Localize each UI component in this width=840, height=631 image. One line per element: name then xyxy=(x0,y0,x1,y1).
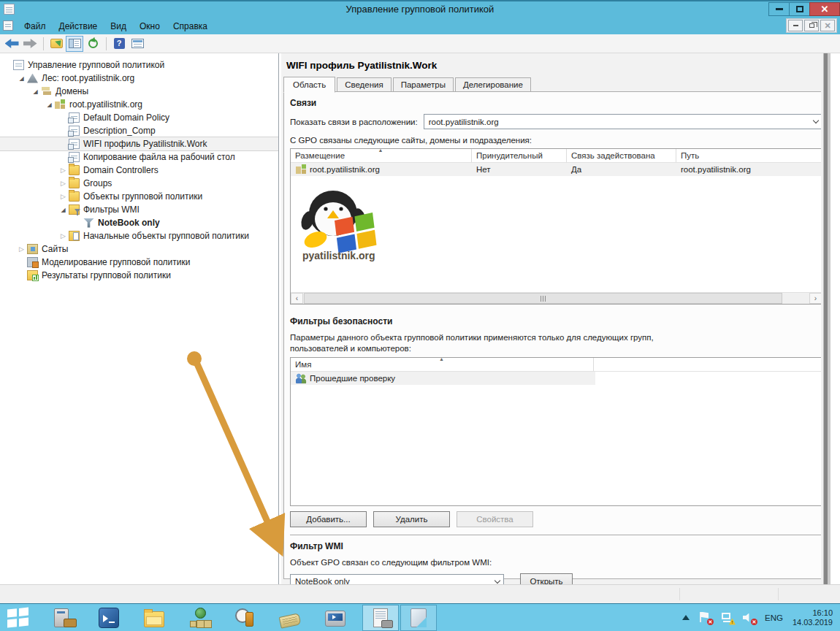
collapse-icon[interactable]: ◢ xyxy=(45,102,54,108)
column-header-Связь задействована[interactable]: Связь задействована xyxy=(567,149,676,162)
language-indicator[interactable]: ENG xyxy=(765,613,783,622)
tab-Область[interactable]: Область xyxy=(283,77,335,93)
scroll-right-icon[interactable]: › xyxy=(809,293,822,304)
modeling-icon xyxy=(27,257,38,267)
Добавить-button[interactable]: Добавить... xyxy=(290,511,367,527)
tree-item[interactable]: Default Domain Policy xyxy=(0,111,278,124)
scroll-left-icon[interactable]: ‹ xyxy=(291,293,303,304)
mdi-minimize-button[interactable] xyxy=(788,20,803,31)
links-section-title: Связи xyxy=(290,98,822,108)
scrollbar-track[interactable] xyxy=(782,293,809,304)
tray-expand-icon[interactable] xyxy=(682,611,690,620)
taskbar-address-book[interactable] xyxy=(272,605,308,631)
action-center-flag-icon[interactable]: ✕ xyxy=(699,612,711,624)
horizontal-scrollbar[interactable]: ‹ › xyxy=(291,292,822,304)
table-row[interactable]: Прошедшие проверку xyxy=(291,372,595,385)
collapse-icon[interactable]: ◢ xyxy=(31,88,40,95)
tree-item[interactable]: Description_Comp xyxy=(0,124,278,137)
Свойства-button[interactable]: Свойства xyxy=(457,511,533,527)
tab-Делегирование[interactable]: Делегирование xyxy=(455,77,531,92)
tree-item[interactable]: ▷Domain Controllers xyxy=(0,164,278,177)
show-console-tree-button[interactable] xyxy=(66,36,83,52)
start-button[interactable] xyxy=(0,605,37,631)
minimize-button[interactable] xyxy=(768,2,790,16)
tree-item[interactable]: ▷Сайты xyxy=(0,242,278,256)
volume-muted-icon[interactable]: ✕ xyxy=(743,612,755,624)
forward-button[interactable] xyxy=(21,36,39,52)
tree-item[interactable]: ▷Начальные объекты групповой политики xyxy=(0,229,278,242)
tree-item[interactable]: Результаты групповой политики xyxy=(0,269,278,282)
export-list-button[interactable] xyxy=(47,36,65,52)
taskbar-file-explorer[interactable] xyxy=(136,605,172,631)
window-titlebar[interactable]: Управление групповой политикой ✕ xyxy=(0,0,840,17)
back-icon xyxy=(5,39,19,48)
tree-item[interactable]: Моделирование групповой политики xyxy=(0,256,278,269)
users-icon xyxy=(296,373,307,383)
tab-Параметры[interactable]: Параметры xyxy=(393,77,454,92)
maximize-button[interactable] xyxy=(789,2,810,16)
column-header-Путь[interactable]: Путь xyxy=(676,149,822,162)
taskbar-powershell-ise[interactable] xyxy=(317,605,354,631)
menu-item-Окно[interactable]: Окно xyxy=(133,19,167,34)
expand-icon[interactable]: ▷ xyxy=(58,180,68,187)
tree-item-label: Groups xyxy=(83,178,112,188)
tree-item[interactable]: ◢Домены xyxy=(0,85,278,98)
menu-item-Вид[interactable]: Вид xyxy=(104,19,133,34)
location-combobox[interactable]: root.pyatilistnik.org xyxy=(424,114,822,129)
close-button[interactable]: ✕ xyxy=(809,2,840,16)
mdi-close-button[interactable]: ✕ xyxy=(820,20,835,31)
taskbar-powershell[interactable] xyxy=(91,605,127,631)
column-header-Размещение[interactable]: Размещение▲ xyxy=(291,149,472,162)
expand-icon[interactable]: ▷ xyxy=(58,232,68,240)
tab-Сведения[interactable]: Сведения xyxy=(337,77,392,92)
collapse-icon[interactable]: ◢ xyxy=(17,75,26,82)
properties-window-button[interactable] xyxy=(129,36,146,52)
refresh-button[interactable] xyxy=(84,36,102,52)
ad-sites-icon xyxy=(190,608,209,628)
network-status-icon[interactable]: ! xyxy=(721,612,733,624)
tree-item-label: Моделирование групповой политики xyxy=(42,257,190,267)
properties-window-icon xyxy=(131,39,144,48)
cell-text: root.pyatilistnik.org xyxy=(310,165,380,174)
taskbar-notepad[interactable] xyxy=(400,605,437,631)
help-button[interactable]: ? xyxy=(110,36,128,52)
sites-icon xyxy=(27,244,38,254)
expand-icon[interactable]: ▷ xyxy=(58,193,68,200)
forest-icon xyxy=(27,74,38,83)
Удалить-button[interactable]: Удалить xyxy=(373,511,450,527)
table-row[interactable]: root.pyatilistnik.orgНетДаroot.pyatilist… xyxy=(291,163,822,176)
column-header-Имя[interactable]: Имя▲ xyxy=(291,358,594,371)
mdi-restore-button[interactable] xyxy=(804,20,819,31)
tree-item[interactable]: NoteBook only xyxy=(0,216,278,229)
tree-item[interactable]: Копирование файла на рабочий стол xyxy=(0,150,278,164)
tree-item[interactable]: WIFI профиль Pyatilistnik.Work xyxy=(0,137,278,150)
tree-item[interactable]: ▷Объекты групповой политики xyxy=(0,190,278,203)
tree-item[interactable]: ▷Groups xyxy=(0,177,278,190)
tree-item[interactable]: ◢Лес: root.pyatilistnik.org xyxy=(0,72,278,85)
cell: Нет xyxy=(472,165,567,174)
expand-icon[interactable]: ▷ xyxy=(58,167,68,174)
tree-item[interactable]: ◢Фильтры WMI xyxy=(0,203,278,216)
security-table-body: Прошедшие проверку xyxy=(291,372,822,385)
scope-tab-page: Связи Показать связи в расположении: roo… xyxy=(283,91,829,579)
tree-item[interactable]: ◢root.pyatilistnik.org xyxy=(0,98,278,111)
column-header-Принудительный[interactable]: Принудительный xyxy=(472,149,567,162)
taskbar-gpmc[interactable] xyxy=(362,605,399,631)
back-button[interactable] xyxy=(3,36,20,52)
file-explorer-icon xyxy=(144,611,164,627)
expand-icon[interactable]: ▷ xyxy=(17,245,26,253)
collapse-icon[interactable]: ◢ xyxy=(58,207,68,213)
tray-time: 16:10 xyxy=(793,608,833,618)
folder-icon xyxy=(69,191,80,202)
taskbar-server-manager[interactable] xyxy=(45,605,82,631)
scrollbar-thumb[interactable] xyxy=(304,293,782,304)
show-console-tree-icon xyxy=(69,39,81,48)
menu-item-Действие[interactable]: Действие xyxy=(53,19,104,34)
taskbar-ad-users[interactable] xyxy=(226,605,263,631)
taskbar-ad-sites[interactable] xyxy=(181,605,218,631)
menu-item-Справка[interactable]: Справка xyxy=(167,19,214,34)
taskbar-clock[interactable]: 16:10 14.03.2019 xyxy=(793,608,833,627)
tree-item[interactable]: Управление групповой политикой xyxy=(0,58,278,72)
tree-item-label: Результаты групповой политики xyxy=(42,270,171,280)
menu-item-Файл[interactable]: Файл xyxy=(18,19,53,34)
